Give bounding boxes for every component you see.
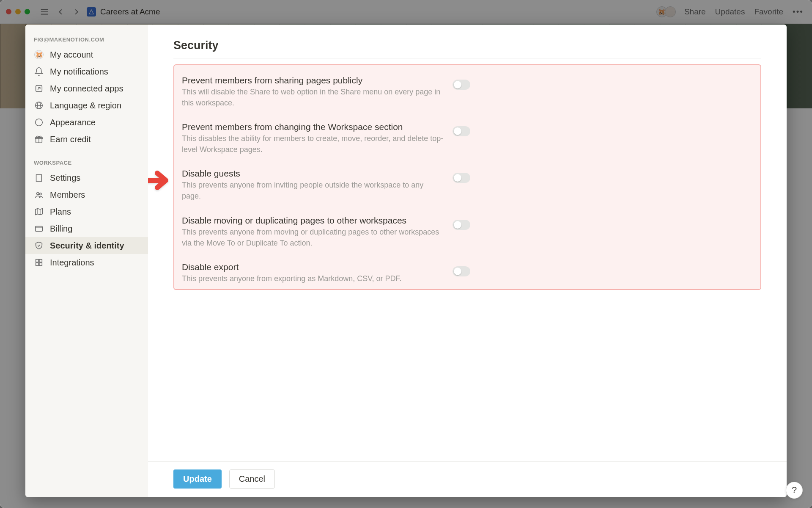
sidebar-item-plans[interactable]: Plans: [25, 203, 148, 220]
toggle-prevent-public-share[interactable]: [453, 80, 470, 90]
settings-content: Security Prevent members from sharing pa…: [148, 25, 787, 497]
settings-sidebar: FIG@MAKENOTION.COM 🐹 My account My notif…: [25, 25, 148, 497]
sidebar-item-language-region[interactable]: Language & region: [25, 97, 148, 114]
sidebar-item-label: Plans: [50, 207, 71, 217]
cancel-button[interactable]: Cancel: [229, 469, 275, 489]
setting-prevent-workspace-change: Prevent members from changing the Worksp…: [176, 116, 759, 163]
setting-desc: This prevents anyone from exporting as M…: [182, 273, 444, 284]
sidebar-item-connected-apps[interactable]: My connected apps: [25, 80, 148, 97]
toggle-prevent-workspace-change[interactable]: [453, 126, 470, 136]
setting-title: Prevent members from changing the Worksp…: [182, 122, 444, 132]
setting-title: Prevent members from sharing pages publi…: [182, 75, 444, 86]
section-title: Security: [173, 39, 761, 58]
sidebar-item-label: My notifications: [50, 67, 108, 77]
globe-icon: [34, 100, 44, 110]
grid-icon: [34, 257, 44, 268]
settings-modal: FIG@MAKENOTION.COM 🐹 My account My notif…: [25, 25, 787, 497]
sidebar-item-security[interactable]: Security & identity: [25, 237, 148, 254]
sidebar-item-label: Appearance: [50, 118, 96, 127]
help-icon: ?: [792, 485, 797, 496]
map-icon: [34, 207, 44, 217]
sidebar-item-label: Settings: [50, 173, 80, 183]
svg-rect-20: [36, 226, 43, 232]
setting-desc: This prevents anyone from inviting peopl…: [182, 179, 444, 202]
svg-point-7: [36, 119, 43, 126]
setting-prevent-public-share: Prevent members from sharing pages publi…: [176, 69, 759, 116]
sidebar-item-label: Members: [50, 190, 85, 200]
toggle-disable-export[interactable]: [453, 266, 470, 276]
toggle-disable-move-duplicate[interactable]: [453, 220, 470, 230]
setting-title: Disable export: [182, 262, 444, 272]
bell-icon: [34, 66, 44, 77]
callout-arrow-icon: [148, 169, 173, 193]
moon-icon: [34, 117, 44, 127]
sidebar-item-my-account[interactable]: 🐹 My account: [25, 46, 148, 63]
setting-desc: This prevents anyone from moving or dupl…: [182, 226, 444, 248]
sidebar-item-label: Billing: [50, 224, 72, 234]
sidebar-account-header: FIG@MAKENOTION.COM: [25, 32, 148, 46]
setting-disable-guests: Disable guests This prevents anyone from…: [176, 163, 759, 209]
svg-rect-25: [39, 263, 42, 265]
card-icon: [34, 224, 44, 234]
building-icon: [34, 173, 44, 183]
setting-desc: This will disable the Share to web optio…: [182, 86, 444, 108]
sidebar-item-my-notifications[interactable]: My notifications: [25, 63, 148, 80]
app-window: Careers at Acme 🐹 Share Updates Favorite…: [0, 0, 812, 508]
sidebar-item-billing[interactable]: Billing: [25, 220, 148, 237]
gift-icon: [34, 134, 44, 144]
svg-rect-22: [36, 260, 38, 262]
callout-highlight-box: Prevent members from sharing pages publi…: [173, 64, 761, 290]
setting-title: Disable moving or duplicating pages to o…: [182, 215, 444, 226]
sidebar-item-appearance[interactable]: Appearance: [25, 114, 148, 131]
update-button[interactable]: Update: [173, 469, 222, 489]
setting-title: Disable guests: [182, 168, 444, 179]
sidebar-item-label: Language & region: [50, 101, 121, 110]
sidebar-item-integrations[interactable]: Integrations: [25, 254, 148, 271]
sidebar-workspace-header: WORKSPACE: [25, 155, 148, 169]
sidebar-item-label: My account: [50, 50, 93, 60]
svg-rect-23: [39, 260, 42, 262]
sidebar-item-label: Integrations: [50, 258, 94, 268]
person-icon: 🐹: [34, 50, 44, 60]
sidebar-item-label: Earn credit: [50, 135, 91, 144]
sidebar-item-label: My connected apps: [50, 84, 123, 94]
svg-rect-24: [36, 263, 38, 265]
svg-point-19: [39, 193, 41, 195]
sidebar-item-members[interactable]: Members: [25, 186, 148, 203]
sidebar-item-earn-credit[interactable]: Earn credit: [25, 131, 148, 148]
svg-rect-11: [36, 175, 42, 182]
toggle-disable-guests[interactable]: [453, 173, 470, 183]
arrow-up-right-box-icon: [34, 83, 44, 94]
setting-desc: This disables the ability for members to…: [182, 133, 444, 155]
setting-disable-move-duplicate: Disable moving or duplicating pages to o…: [176, 210, 759, 256]
svg-point-18: [37, 193, 39, 195]
sidebar-item-settings[interactable]: Settings: [25, 169, 148, 186]
sidebar-item-label: Security & identity: [50, 241, 124, 251]
shield-check-icon: [34, 240, 44, 251]
members-icon: [34, 190, 44, 200]
help-button[interactable]: ?: [786, 482, 803, 499]
modal-footer: Update Cancel: [148, 461, 787, 497]
setting-disable-export: Disable export This prevents anyone from…: [176, 256, 759, 287]
